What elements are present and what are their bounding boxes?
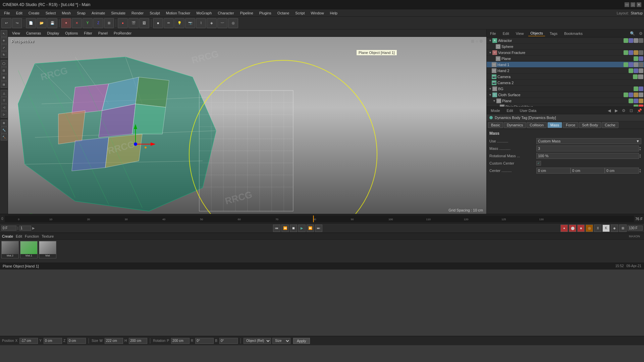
redo-button[interactable]: ↪ (12, 18, 22, 28)
tool-7[interactable]: ⊠ (1, 74, 7, 81)
close-button[interactable]: ✕ (637, 2, 641, 7)
tool-14[interactable]: 🔧 (1, 127, 7, 133)
menu-pipeline[interactable]: Pipeline (237, 10, 256, 16)
tool-15[interactable]: 🔨 (1, 134, 7, 140)
mode-model[interactable]: ✦ (61, 18, 71, 28)
playback-speed-input[interactable] (19, 226, 31, 231)
mode-x[interactable]: ✕ (72, 18, 82, 28)
dyn-tab-cache[interactable]: Cache (602, 122, 619, 128)
obj-row-camera[interactable]: ▶ 📷 Camera (487, 74, 644, 80)
props-pin[interactable]: 📌 (637, 108, 642, 113)
go-start-button[interactable]: ⏮ (273, 225, 280, 232)
center-stepper-up-icon[interactable]: ▲ (639, 168, 641, 171)
pen-btn[interactable]: ✏ (164, 18, 174, 28)
mat-swatch-2[interactable]: Mat.2 (1, 241, 19, 258)
menu-edit[interactable]: Edit (13, 10, 25, 16)
vp-tab-panel[interactable]: Panel (96, 31, 110, 36)
stepper-up-icon[interactable]: ▲ (639, 146, 641, 148)
stop-button[interactable]: ⏹ (290, 225, 297, 232)
tool-8[interactable]: ⊟ (1, 81, 7, 88)
dyn-tab-collision[interactable]: Collision (527, 122, 547, 128)
props-expand[interactable]: ⊡ (630, 108, 633, 113)
mat-tab-texture[interactable]: Texture (42, 234, 54, 238)
record-stop[interactable]: ■ (577, 225, 585, 232)
open-button[interactable]: 📂 (37, 18, 47, 28)
rot-stepper-up-icon[interactable]: ▲ (639, 154, 641, 156)
center-stepper-down-icon[interactable]: ▼ (639, 171, 641, 173)
obj-row-hand2[interactable]: ▶ ▭ Hand 2 (487, 68, 644, 74)
light-btn[interactable]: 💡 (174, 18, 184, 28)
dyn-tab-mass[interactable]: Mass (547, 122, 562, 128)
record-select[interactable]: ◈ (611, 225, 618, 232)
prop-center-x[interactable] (536, 168, 571, 174)
menu-mesh[interactable]: Mesh (59, 10, 73, 16)
render-view[interactable]: 🎬 (128, 18, 139, 28)
mode-y[interactable]: Y (83, 18, 93, 28)
vp-tab-filter[interactable]: Filter (81, 31, 95, 36)
vp-tab-cameras[interactable]: Cameras (23, 31, 44, 36)
obj-row-plane-v[interactable]: ▶ ▭ Plane (487, 56, 644, 62)
menu-window[interactable]: Window (308, 10, 326, 16)
vp-tab-view[interactable]: View (9, 31, 23, 36)
cube-btn[interactable]: ■ (153, 18, 163, 28)
menu-simulate[interactable]: Simulate (108, 10, 128, 16)
menu-plugins[interactable]: Plugins (257, 10, 274, 16)
props-tab-userdata[interactable]: User Data (518, 108, 539, 113)
scale-tool[interactable]: ⤢ (1, 44, 7, 51)
menu-animate[interactable]: Animate (89, 10, 108, 16)
select-tool[interactable]: ↖ (1, 30, 7, 37)
record-auto[interactable]: ⬤ (569, 225, 576, 232)
z-input[interactable] (67, 338, 86, 344)
undo-button[interactable]: ↩ (1, 18, 11, 28)
save-button[interactable]: 💾 (47, 18, 57, 28)
obj-arrow-cloth[interactable]: ▼ (489, 93, 492, 97)
viewport[interactable]: Y X RRCG RRCG RRCG RRCG Perspective (8, 37, 486, 214)
vp-tab-display[interactable]: Display (44, 31, 62, 36)
props-nav-back[interactable]: ◀ (608, 108, 611, 113)
rp-tab-objects[interactable]: Objects (528, 31, 545, 36)
object-mode-dropdown[interactable]: Object (Rel) World (244, 338, 271, 344)
obj-row-cloth[interactable]: ▼ C Cloth Surface (487, 92, 644, 98)
w-input[interactable] (105, 338, 123, 344)
rp-tab-bookmarks[interactable]: Bookmarks (562, 31, 585, 36)
prop-mass-input[interactable] (536, 145, 639, 152)
menu-help[interactable]: Help (327, 10, 340, 16)
y-input[interactable] (44, 338, 62, 344)
rp-tab-edit[interactable]: Edit (501, 31, 511, 36)
tool-10[interactable]: ▽ (1, 97, 7, 104)
tool-9[interactable]: △ (1, 90, 7, 97)
obj-row-hand1[interactable]: ▶ ▭ Hand 1 (487, 62, 644, 68)
hair-btn[interactable]: 〰 (217, 18, 227, 28)
new-button[interactable]: 📄 (26, 18, 36, 28)
rotate-tool[interactable]: ↻ (1, 51, 7, 58)
x-input[interactable] (19, 338, 38, 344)
props-nav-forward[interactable]: ▶ (615, 108, 618, 113)
tool-11[interactable]: ◁ (1, 104, 7, 111)
menu-script[interactable]: Script (292, 10, 307, 16)
rot-stepper-down-icon[interactable]: ▼ (639, 156, 641, 158)
mat-swatch-1[interactable]: Mat.1 (20, 241, 38, 258)
vp-tab-options[interactable]: Options (62, 31, 80, 36)
menu-mograph[interactable]: MoGraph (194, 10, 214, 16)
prop-rotational-mass-input[interactable] (536, 153, 639, 159)
props-tab-mode[interactable]: Mode (489, 108, 502, 113)
current-frame-input[interactable] (1, 226, 16, 231)
rp-tab-file[interactable]: File (488, 31, 498, 36)
stepper-down-icon[interactable]: ▼ (639, 148, 641, 151)
mat-tab-edit[interactable]: Edit (16, 234, 22, 238)
menu-select[interactable]: Select (43, 10, 59, 16)
menu-snap[interactable]: Snap (74, 10, 88, 16)
vp-icon-eye[interactable]: ○ (476, 39, 478, 44)
record-motion[interactable]: ◎ (586, 225, 593, 232)
menu-create[interactable]: Create (26, 10, 42, 16)
camera-btn[interactable]: 📷 (185, 18, 195, 28)
props-tab-edit[interactable]: Edit (505, 108, 515, 113)
anim-record[interactable]: ● (118, 18, 128, 28)
tool-12[interactable]: ▷ (1, 111, 7, 118)
prev-frame-button[interactable]: ⏪ (281, 225, 289, 232)
record-keys[interactable]: K (602, 225, 610, 232)
search-icon[interactable]: 🔍 (630, 31, 635, 36)
props-settings[interactable]: ⚙ (622, 108, 626, 113)
mat-tab-function[interactable]: Function (25, 234, 39, 238)
prop-center-y[interactable] (571, 168, 605, 174)
